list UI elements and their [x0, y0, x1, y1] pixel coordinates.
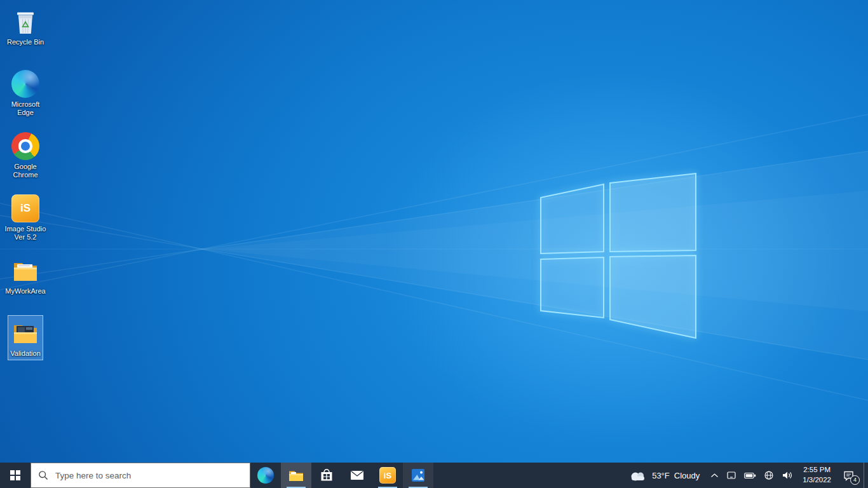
desktop-icon-label: Validation: [10, 349, 41, 358]
folder-icon: [11, 256, 40, 285]
system-tray: 53°F Cloudy: [621, 463, 868, 488]
edge-icon: [11, 69, 40, 98]
battery-icon: [744, 472, 756, 479]
chrome-icon: [11, 132, 40, 161]
taskbar-edge-button[interactable]: [250, 463, 281, 488]
tray-volume-button[interactable]: [778, 463, 797, 488]
action-center-button[interactable]: 4: [837, 463, 864, 488]
taskbar-store-button[interactable]: [311, 463, 342, 488]
image-studio-icon: iS: [379, 467, 396, 484]
desktop-icon-validation[interactable]: Validation: [0, 315, 51, 377]
recycle-bin-icon: [11, 7, 40, 36]
desktop-icon-label: Image Studio Ver 5.2: [4, 225, 47, 241]
taskbar-search[interactable]: [31, 463, 250, 488]
search-input[interactable]: [54, 470, 243, 481]
desktop[interactable]: Recycle Bin Microsoft Edge Google Chrome: [0, 0, 868, 488]
taskbar-clock[interactable]: 2:55 PM 1/3/2022: [797, 463, 837, 488]
network-icon: [764, 470, 774, 480]
taskbar-mail-button[interactable]: [342, 463, 372, 488]
tray-battery-button[interactable]: [740, 463, 760, 488]
desktop-icon-list: Recycle Bin Microsoft Edge Google Chrome: [0, 4, 51, 377]
windows-logo-icon: [10, 470, 20, 480]
tray-network-button[interactable]: [760, 463, 778, 488]
desktop-icon-recycle-bin[interactable]: Recycle Bin: [0, 4, 51, 66]
cloud-icon: [628, 469, 648, 482]
taskbar: iS: [0, 463, 868, 488]
image-studio-icon: iS: [11, 194, 40, 223]
tray-tablet-button[interactable]: [722, 463, 740, 488]
taskbar-file-explorer-button[interactable]: [281, 463, 311, 488]
taskbar-photos-button[interactable]: [403, 463, 433, 488]
desktop-icon-microsoft-edge[interactable]: Microsoft Edge: [0, 66, 51, 128]
edge-icon: [257, 467, 274, 484]
photos-icon: [410, 467, 426, 484]
start-button[interactable]: [0, 463, 31, 488]
clock-time: 2:55 PM: [803, 465, 831, 475]
chevron-up-icon: [710, 473, 719, 478]
desktop-icon-label: Recycle Bin: [7, 38, 44, 46]
weather-condition: Cloudy: [674, 471, 700, 480]
desktop-icon-label: MyWorkArea: [5, 287, 45, 295]
search-icon: [38, 470, 48, 480]
desktop-icon-label: Google Chrome: [4, 163, 47, 179]
volume-icon: [782, 471, 793, 480]
desktop-icon-google-chrome[interactable]: Google Chrome: [0, 128, 51, 191]
desktop-icon-image-studio[interactable]: iS Image Studio Ver 5.2: [0, 191, 51, 253]
mail-icon: [349, 467, 365, 484]
folder-icon: [11, 318, 40, 348]
taskbar-image-studio-button[interactable]: iS: [372, 463, 403, 488]
store-icon: [318, 467, 335, 484]
notification-badge: 4: [850, 475, 860, 485]
show-desktop-button[interactable]: [864, 463, 868, 488]
tray-chevron-button[interactable]: [707, 463, 722, 488]
tablet-icon: [726, 470, 736, 480]
weather-temp: 53°F: [652, 471, 670, 480]
wallpaper-window-logo: [0, 0, 868, 488]
file-explorer-icon: [288, 467, 304, 484]
desktop-icon-label: Microsoft Edge: [4, 100, 47, 117]
weather-widget[interactable]: 53°F Cloudy: [621, 463, 707, 488]
selection-highlight: Validation: [8, 315, 43, 360]
desktop-icon-myworkarea[interactable]: MyWorkArea: [0, 253, 51, 315]
clock-date: 1/3/2022: [803, 475, 831, 485]
